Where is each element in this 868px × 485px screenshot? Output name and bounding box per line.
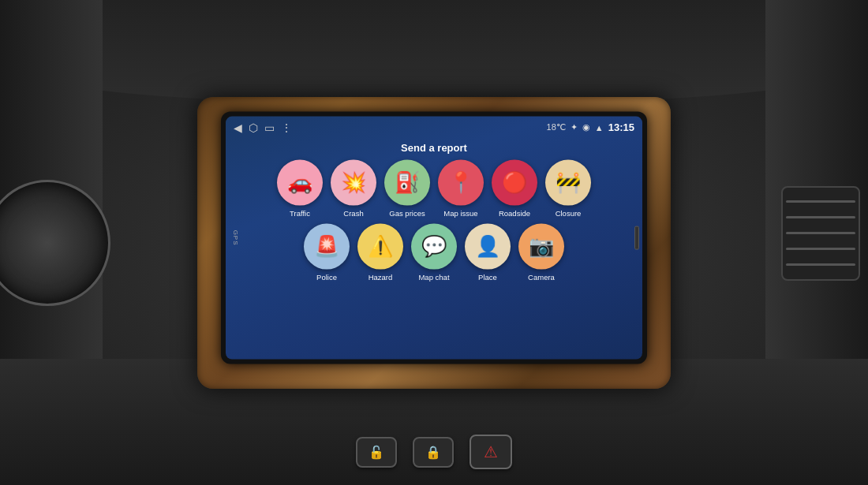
bottom-controls: 🔓 🔒 ⚠: [356, 435, 512, 469]
vent-line: [786, 248, 855, 250]
status-bar: ◀ ⬡ ▭ ⋮ 18℃ ✦ ◉ ▲ 13:15: [226, 116, 642, 138]
closure-button[interactable]: 🚧 Closure: [545, 159, 591, 217]
place-icon: 👤: [475, 234, 500, 259]
hazard-label: Hazard: [369, 272, 393, 281]
bluetooth-icon: ✦: [571, 122, 578, 132]
dashboard-top-panel: [0, 0, 868, 103]
speedometer: [0, 180, 110, 306]
wifi-icon: ▲: [595, 122, 604, 132]
police-label: Police: [316, 272, 337, 281]
lock-button[interactable]: 🔒: [413, 437, 454, 468]
roadside-icon-circle: 🔴: [492, 159, 537, 205]
map-chat-label: Map chat: [418, 272, 449, 281]
home-icon[interactable]: ⬡: [249, 121, 258, 133]
map-chat-icon-circle: 💬: [411, 223, 457, 269]
crash-icon-circle: 💥: [331, 159, 376, 205]
crash-icon: 💥: [341, 170, 366, 195]
hazard-icon-circle: ⚠️: [357, 223, 403, 269]
vent-line: [786, 200, 855, 203]
vent-line: [786, 263, 855, 266]
unlock-button[interactable]: 🔓: [356, 437, 397, 468]
gps-label: GPS: [232, 229, 239, 245]
camera-icon-circle: 📷: [518, 223, 564, 269]
gas-prices-button[interactable]: ⛽ Gas prices: [384, 159, 430, 217]
traffic-icon: 🚗: [287, 170, 312, 195]
police-button[interactable]: 🚨 Police: [304, 223, 350, 281]
traffic-icon-circle: 🚗: [277, 159, 323, 205]
hazard-lights-button[interactable]: ⚠: [470, 435, 512, 469]
police-icon-circle: 🚨: [304, 223, 350, 269]
screen-bezel: GPS ◀ ⬡ ▭ ⋮ 18℃ ✦ ◉ ▲ 13:15 Send a repor…: [221, 111, 647, 364]
map-issue-label: Map issue: [443, 208, 477, 217]
camera-button[interactable]: 📷 Camera: [518, 223, 564, 281]
air-vent: [781, 186, 860, 281]
back-icon[interactable]: ◀: [234, 121, 242, 133]
closure-icon: 🚧: [556, 170, 581, 195]
map-chat-icon: 💬: [421, 234, 447, 259]
map-issue-icon: 📍: [448, 170, 473, 195]
map-issue-button[interactable]: 📍 Map issue: [438, 159, 484, 217]
icons-row-1: 🚗 Traffic 💥 Crash ⛽ Gas prices: [277, 159, 591, 217]
navigation-icons: ◀ ⬡ ▭ ⋮: [234, 121, 292, 133]
place-button[interactable]: 👤 Place: [465, 223, 511, 281]
closure-icon-circle: 🚧: [545, 159, 591, 205]
gas-prices-icon-circle: ⛽: [384, 159, 430, 205]
hazard-icon: ⚠️: [368, 234, 393, 259]
roadside-label: Roadside: [499, 208, 530, 217]
vent-line: [786, 232, 855, 234]
hazard-button[interactable]: ⚠️ Hazard: [357, 223, 403, 281]
vent-line: [786, 216, 855, 218]
camera-icon: 📷: [529, 234, 554, 259]
place-label: Place: [478, 272, 497, 281]
crash-label: Crash: [343, 208, 363, 217]
traffic-label: Traffic: [290, 208, 310, 217]
police-icon: 🚨: [314, 234, 339, 259]
place-icon-circle: 👤: [465, 223, 511, 269]
camera-label: Camera: [528, 272, 555, 281]
map-issue-icon-circle: 📍: [438, 159, 484, 205]
temperature-display: 18℃: [547, 122, 566, 132]
closure-label: Closure: [556, 208, 582, 217]
location-icon: ◉: [582, 122, 590, 132]
roadside-icon: 🔴: [502, 170, 527, 195]
gas-prices-label: Gas prices: [389, 208, 425, 217]
clock-display: 13:15: [608, 121, 634, 133]
sd-card-slot[interactable]: [634, 226, 639, 249]
menu-icon[interactable]: ⋮: [281, 121, 292, 133]
report-icons-grid: 🚗 Traffic 💥 Crash ⛽ Gas prices: [226, 159, 642, 282]
traffic-button[interactable]: 🚗 Traffic: [277, 159, 323, 217]
recents-icon[interactable]: ▭: [264, 121, 275, 133]
crash-button[interactable]: 💥 Crash: [331, 159, 376, 217]
icons-row-2: 🚨 Police ⚠️ Hazard 💬 Map chat: [304, 223, 564, 281]
gas-prices-icon: ⛽: [395, 170, 420, 195]
map-chat-button[interactable]: 💬 Map chat: [411, 223, 457, 281]
infotainment-screen: GPS ◀ ⬡ ▭ ⋮ 18℃ ✦ ◉ ▲ 13:15 Send a repor…: [226, 116, 642, 359]
send-report-title: Send a report: [226, 138, 642, 159]
roadside-button[interactable]: 🔴 Roadside: [492, 159, 537, 217]
status-icons: 18℃ ✦ ◉ ▲ 13:15: [547, 121, 634, 133]
